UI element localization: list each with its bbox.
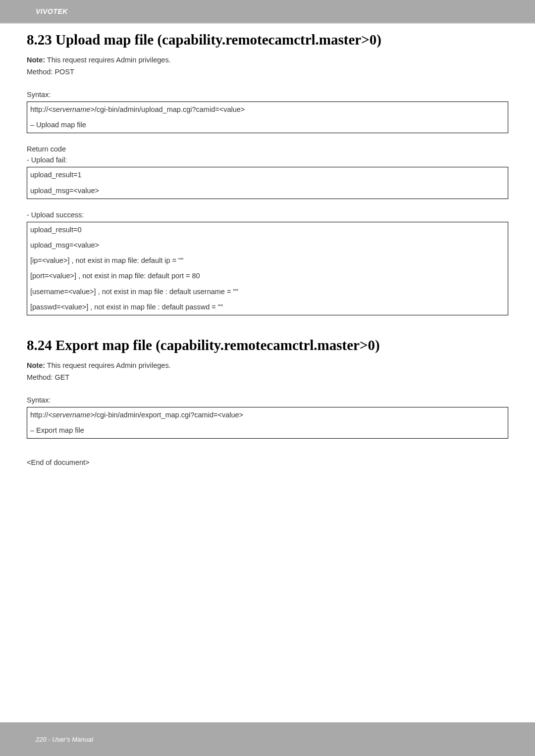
- return-code-label: Return code: [27, 145, 508, 153]
- syntax-box-823: http://<servername>/cgi-bin/admin/upload…: [27, 101, 508, 133]
- note-824: Note: This request requires Admin privil…: [27, 361, 508, 369]
- success-box: upload_result=0 upload_msg=<value> [ip=<…: [27, 222, 508, 315]
- success-line-5: [username=<value>] , not exist in map fi…: [27, 284, 508, 300]
- syntax-url-servername-824: <servername>: [48, 411, 95, 419]
- upload-fail-label: - Upload fail:: [27, 156, 508, 164]
- syntax-url-proto: http://: [30, 105, 48, 113]
- syntax-label-824: Syntax:: [27, 396, 508, 404]
- fail-line-1: upload_result=1: [27, 167, 508, 183]
- syntax-url-proto-824: http://: [30, 411, 48, 419]
- success-line-1: upload_result=0: [27, 222, 508, 238]
- syntax-url-path-824: /cgi-bin/admin/export_map.cgi?camid=<val…: [95, 411, 243, 419]
- syntax-url-path: /cgi-bin/admin/upload_map.cgi?camid=<val…: [95, 105, 245, 113]
- footer-bar: 220 - User's Manual: [0, 722, 535, 756]
- success-line-2: upload_msg=<value>: [27, 238, 508, 253]
- brand-text: VIVOTEK: [36, 7, 68, 15]
- footer-text: 220 - User's Manual: [36, 736, 93, 743]
- note-text-824: This request requires Admin privileges.: [45, 361, 171, 369]
- syntax-line-2-824: – Export map file: [27, 423, 508, 438]
- note-823: Note: This request requires Admin privil…: [27, 56, 508, 64]
- note-label-824: Note:: [27, 361, 45, 369]
- method-823: Method: POST: [27, 68, 508, 76]
- success-line-6: [passwd=<value>] , not exist in map file…: [27, 300, 508, 315]
- header-bar: VIVOTEK: [0, 0, 535, 24]
- section-heading-824: 8.24 Export map file (capability.remotec…: [27, 337, 508, 353]
- syntax-url-servername: <servername>: [48, 105, 95, 113]
- upload-success-label: - Upload success:: [27, 211, 508, 219]
- syntax-label-823: Syntax:: [27, 91, 508, 99]
- method-824: Method: GET: [27, 373, 508, 381]
- syntax-line-2: – Upload map file: [27, 117, 508, 133]
- syntax-line-1: http://<servername>/cgi-bin/admin/upload…: [27, 102, 508, 117]
- syntax-box-824: http://<servername>/cgi-bin/admin/export…: [27, 407, 508, 439]
- fail-line-2: upload_msg=<value>: [27, 183, 508, 199]
- section-heading-823: 8.23 Upload map file (capability.remotec…: [27, 32, 508, 48]
- fail-box: upload_result=1 upload_msg=<value>: [27, 167, 508, 199]
- syntax-line-1-824: http://<servername>/cgi-bin/admin/export…: [27, 407, 508, 423]
- success-line-4: [port=<value>] , not exist in map file: …: [27, 268, 508, 284]
- success-line-3: [ip=<value>] , not exist in map file: de…: [27, 253, 508, 268]
- end-of-document: <End of document>: [27, 458, 508, 466]
- page-content: 8.23 Upload map file (capability.remotec…: [0, 24, 535, 466]
- note-label: Note:: [27, 56, 45, 64]
- note-text: This request requires Admin privileges.: [45, 56, 171, 64]
